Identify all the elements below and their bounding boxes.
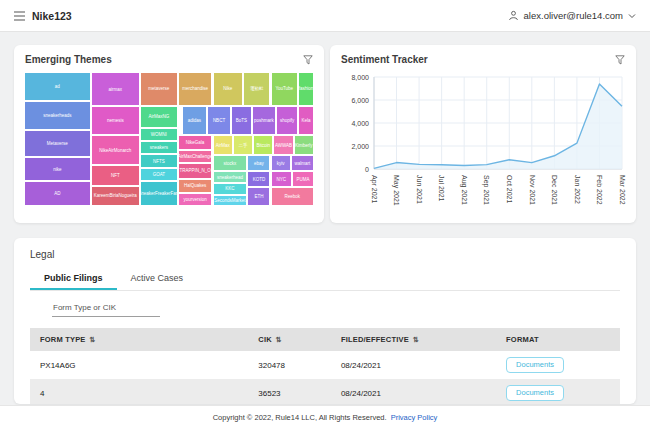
sentiment-tracker-title: Sentiment Tracker	[341, 54, 428, 65]
treemap-tile-sneakerfreakerfam[interactable]: SneakerFreakerFam	[140, 181, 178, 206]
treemap-tile-label: fashion	[299, 86, 314, 91]
column-header-form-type: FORM TYPE⇅	[30, 328, 248, 351]
table-cell: 08/24/2021	[331, 351, 496, 379]
legal-title: Legal	[30, 249, 620, 260]
treemap-tile-awwab[interactable]: AWWAB	[273, 135, 293, 155]
treemap-tile-bitcoin[interactable]: Bitcoin	[253, 135, 273, 155]
treemap-tile-airmax[interactable]: AirMax	[213, 135, 233, 155]
treemap-tile-ebay[interactable]: ebay	[247, 155, 270, 171]
form-type-cik-input[interactable]	[52, 301, 160, 317]
treemap-tile-label: walmart	[295, 161, 311, 166]
treemap-tile-kyiv[interactable]: kyiv	[271, 155, 291, 171]
treemap-tile-goat[interactable]: GOAT	[140, 168, 178, 181]
treemap-tile-label: HalQuakes	[184, 183, 206, 188]
treemap-tile-nfts[interactable]: NFTS	[140, 154, 178, 167]
column-header-format: FORMAT	[496, 328, 620, 351]
treemap-tile-eth[interactable]: ETH	[247, 187, 270, 206]
treemap-tile-shopify[interactable]: shopify	[276, 106, 298, 135]
treemap-tile--[interactable]: 二手	[233, 135, 253, 155]
treemap-tile-nike[interactable]: Nike	[213, 72, 243, 106]
column-label: FILED/EFFECTIVE	[341, 335, 409, 344]
treemap-tile-yourversion[interactable]: yourversion	[178, 193, 213, 206]
x-axis-tick: Apr 2021	[370, 175, 378, 204]
treemap-tile-label: TRAPPIN_N_O	[179, 168, 210, 173]
treemap-tile-label: yourversion	[183, 197, 206, 202]
treemap: adsneakerheadsMetaversenikeADairmaxnemes…	[24, 72, 314, 206]
treemap-tile-bots[interactable]: BoTS	[231, 106, 251, 135]
treemap-tile-label: NBCT	[213, 118, 225, 123]
treemap-tile-label: airmax	[109, 87, 123, 92]
treemap-tile-nike[interactable]: nike	[24, 157, 91, 181]
tab-public-filings[interactable]: Public Filings	[30, 267, 117, 290]
treemap-tile-adidas[interactable]: adidas	[182, 106, 207, 135]
user-menu[interactable]: alex.oliver@rule14.com	[508, 10, 636, 21]
treemap-tile-nikegala[interactable]: NikeGala	[178, 135, 213, 150]
treemap-tile-merchandise[interactable]: merchandise	[178, 72, 213, 106]
treemap-tile-sneakerheads[interactable]: sneakerheads	[24, 101, 91, 130]
treemap-tile-nbct[interactable]: NBCT	[207, 106, 232, 135]
treemap-tile-label: stockx	[224, 161, 237, 166]
filter-icon[interactable]	[615, 55, 625, 65]
treemap-tile-label: Kela	[302, 118, 311, 123]
treemap-tile-label: AirMaxChallenge	[178, 154, 212, 159]
menu-icon[interactable]	[14, 11, 25, 21]
treemap-tile-airmaxchallenge[interactable]: AirMaxChallenge	[178, 150, 213, 163]
treemap-tile-metaverse[interactable]: Metaverse	[24, 130, 91, 157]
treemap-tile-kareembirianogueira[interactable]: KareemBiriaNogueira	[91, 186, 140, 206]
treemap-tile-label: GOAT	[153, 172, 165, 177]
filter-icon[interactable]	[303, 55, 313, 65]
treemap-tile-label: ad	[55, 84, 60, 89]
column-header-cik: CIK⇅	[248, 328, 331, 351]
tab-active-cases[interactable]: Active Cases	[117, 267, 198, 290]
treemap-tile-kkc[interactable]: KKC	[213, 183, 248, 194]
treemap-tile-label: Reebok	[284, 194, 300, 199]
treemap-tile-nemesis[interactable]: nemesis	[91, 106, 140, 135]
treemap-tile-nft[interactable]: NFT	[91, 165, 140, 186]
y-axis-tick: 4,000	[351, 120, 369, 127]
treemap-tile-sneakers[interactable]: sneakers	[140, 141, 178, 154]
treemap-tile-airmaxng[interactable]: AirMaxNG	[140, 106, 178, 128]
treemap-tile-kotd[interactable]: KOTD	[247, 171, 270, 187]
treemap-tile-sneakerhead[interactable]: sneakerhead	[213, 171, 248, 183]
treemap-tile-trappin-n-o[interactable]: TRAPPIN_N_O	[178, 163, 213, 178]
treemap-tile-label: ETH	[254, 194, 263, 199]
sentiment-chart: 02,0004,0006,0008,000Apr 2021May 2021Jun…	[330, 69, 636, 223]
legal-panel: Legal Public Filings Active Cases FORM T…	[14, 238, 636, 404]
treemap-tile-youtube[interactable]: YouTube	[271, 72, 299, 106]
treemap-tile-halquakes[interactable]: HalQuakes	[178, 179, 213, 193]
y-axis-tick: 2,000	[351, 143, 369, 150]
treemap-tile-poshmark[interactable]: poshmark	[252, 106, 277, 135]
documents-button[interactable]: Documents	[506, 357, 564, 373]
top-bar: Nike123 alex.oliver@rule14.com	[0, 0, 650, 32]
treemap-tile-fashion[interactable]: fashion	[298, 72, 314, 106]
treemap-tile-airmax[interactable]: airmax	[91, 72, 140, 106]
treemap-tile-womni[interactable]: WOMNI	[140, 128, 178, 141]
privacy-policy-link[interactable]: Privacy Policy	[391, 413, 438, 422]
treemap-tile-reebok[interactable]: Reebok	[271, 187, 315, 206]
treemap-tile-nikeairmonarch[interactable]: NikeAirMonarch	[91, 135, 140, 165]
sort-icon[interactable]: ⇅	[413, 336, 419, 343]
treemap-tile-ad[interactable]: AD	[24, 181, 91, 206]
treemap-tile-label: sneakerhead	[217, 175, 243, 180]
treemap-tile-label: AWWAB	[275, 143, 292, 148]
treemap-tile-stockx[interactable]: stockx	[213, 155, 248, 171]
sort-icon[interactable]: ⇅	[276, 336, 282, 343]
treemap-tile-walmart[interactable]: walmart	[291, 155, 314, 171]
treemap-tile-secondsmarket[interactable]: SecondsMarket	[213, 195, 248, 206]
treemap-tile-metaverse[interactable]: metaverse	[140, 72, 178, 106]
treemap-tile-label: NYC	[277, 177, 287, 182]
sort-icon[interactable]: ⇅	[90, 336, 96, 343]
brand-name: Nike123	[32, 10, 72, 22]
treemap-tile-label: SecondsMarket	[214, 198, 245, 203]
column-header-filed-effective: FILED/EFFECTIVE⇅	[331, 328, 496, 351]
treemap-tile-ad[interactable]: ad	[24, 72, 91, 101]
treemap-tile-kimberly[interactable]: Kimberly	[294, 135, 314, 155]
treemap-tile--[interactable]: 運動鞋	[243, 72, 271, 106]
treemap-tile-puma[interactable]: PUMA	[292, 171, 314, 187]
treemap-tile-nyc[interactable]: NYC	[271, 171, 293, 187]
treemap-tile-kela[interactable]: Kela	[298, 106, 314, 135]
documents-button[interactable]: Documents	[506, 385, 564, 401]
treemap-tile-label: 二手	[238, 143, 247, 148]
table-row: 43652308/24/2021Documents	[30, 379, 620, 404]
emerging-themes-title: Emerging Themes	[25, 54, 112, 65]
